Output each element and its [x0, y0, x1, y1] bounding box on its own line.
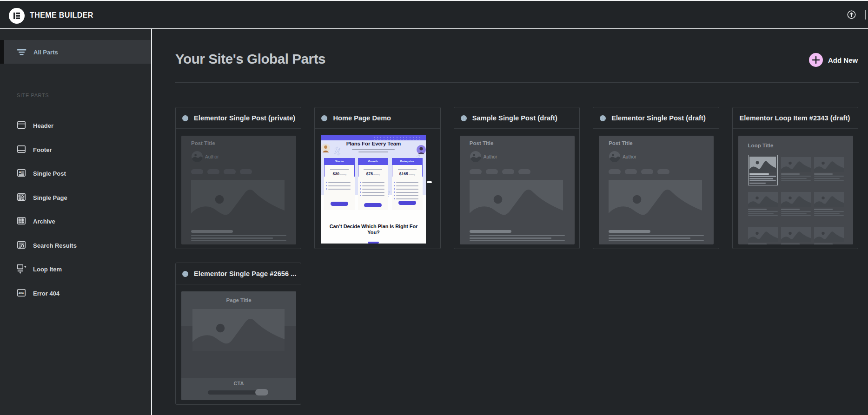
svg-text:A: A	[19, 170, 21, 174]
svg-text:404: 404	[19, 291, 24, 294]
